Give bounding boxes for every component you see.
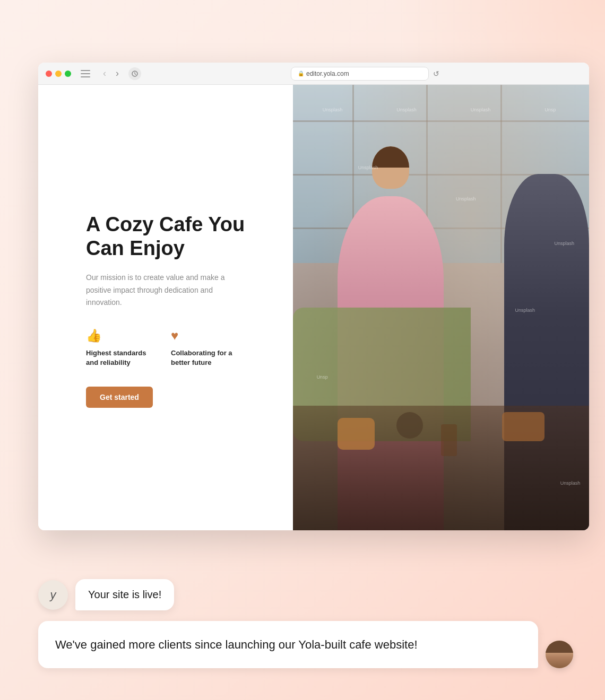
close-button[interactable] bbox=[46, 71, 52, 77]
cafe-image-panel: Unsplash Unsplash Unsplash Unsp Unsplash… bbox=[293, 85, 589, 530]
user-avatar bbox=[546, 641, 573, 668]
watermark-6: Unsplash bbox=[456, 196, 476, 202]
traffic-lights bbox=[46, 71, 71, 77]
watermark-3: Unsplash bbox=[471, 107, 491, 112]
back-button[interactable]: ‹ bbox=[99, 68, 110, 80]
display-icon bbox=[128, 67, 141, 80]
scene-figures bbox=[293, 85, 589, 530]
forward-button[interactable]: › bbox=[111, 68, 123, 80]
yola-avatar: y bbox=[38, 580, 68, 610]
thumbs-up-icon: 👍 bbox=[86, 328, 150, 343]
left-panel: A Cozy Cafe You Can Enjoy Our mission is… bbox=[38, 85, 293, 530]
address-bar[interactable]: 🔒 editor.yola.com bbox=[291, 67, 429, 81]
food-plate bbox=[502, 412, 544, 441]
feature-1-label: Highest standards and reliability bbox=[86, 348, 150, 368]
browser-window: ‹ › 🔒 editor.yola.com ↺ A Cozy Cafe You … bbox=[38, 63, 589, 530]
food-burger bbox=[338, 418, 375, 450]
watermark-8: Unsplash bbox=[515, 308, 535, 313]
maximize-button[interactable] bbox=[65, 71, 71, 77]
reload-button[interactable]: ↺ bbox=[433, 69, 439, 78]
browser-content: A Cozy Cafe You Can Enjoy Our mission is… bbox=[38, 85, 589, 530]
avatar-face bbox=[546, 641, 573, 668]
browser-toolbar: ‹ › 🔒 editor.yola.com ↺ bbox=[38, 63, 589, 85]
food-bowl bbox=[396, 412, 423, 439]
watermark-5: Unsplash bbox=[358, 165, 378, 170]
feature-2: ♥ Collaborating for a better future bbox=[171, 328, 235, 368]
chat-bubble-2: We've gained more clients since launchin… bbox=[38, 621, 538, 668]
chat-area: y Your site is live! We've gained more c… bbox=[38, 579, 573, 668]
chat-bubble-1-text: Your site is live! bbox=[88, 589, 161, 600]
lock-icon: 🔒 bbox=[298, 71, 304, 76]
cafe-image: Unsplash Unsplash Unsplash Unsp Unsplash… bbox=[293, 85, 589, 530]
drink-glass bbox=[441, 424, 457, 456]
chat-bubble-2-text: We've gained more clients since launchin… bbox=[55, 638, 418, 651]
svg-rect-2 bbox=[81, 76, 90, 77]
hero-title: A Cozy Cafe You Can Enjoy bbox=[86, 213, 266, 261]
features-row: 👍 Highest standards and reliability ♥ Co… bbox=[86, 328, 266, 368]
watermark-10: Unsplash bbox=[560, 480, 581, 486]
hero-description: Our mission is to create value and make … bbox=[86, 272, 235, 309]
watermark-9: Unsp bbox=[317, 374, 328, 380]
url-text: editor.yola.com bbox=[306, 70, 349, 77]
get-started-button[interactable]: Get started bbox=[86, 387, 153, 408]
svg-rect-1 bbox=[81, 73, 90, 74]
chat-bubble-1: Your site is live! bbox=[75, 579, 174, 610]
feature-1: 👍 Highest standards and reliability bbox=[86, 328, 150, 368]
minimize-button[interactable] bbox=[55, 71, 62, 77]
watermark-1: Unsplash bbox=[323, 107, 343, 112]
svg-rect-0 bbox=[81, 70, 90, 71]
watermark-2: Unsplash bbox=[396, 107, 417, 112]
person-hair bbox=[372, 146, 409, 168]
watermark-7: Unsplash bbox=[555, 241, 575, 246]
address-bar-container: 🔒 editor.yola.com ↺ bbox=[149, 67, 582, 81]
heart-icon: ♥ bbox=[171, 328, 235, 343]
avatar-hair bbox=[546, 641, 573, 653]
feature-2-label: Collaborating for a better future bbox=[171, 348, 235, 368]
sidebar-toggle-button[interactable] bbox=[80, 68, 91, 80]
chat-row-1: y Your site is live! bbox=[38, 579, 573, 610]
nav-buttons: ‹ › bbox=[99, 68, 123, 80]
chat-row-2: We've gained more clients since launchin… bbox=[38, 621, 573, 668]
table-surface bbox=[293, 406, 589, 530]
watermark-4: Unsp bbox=[544, 107, 556, 112]
